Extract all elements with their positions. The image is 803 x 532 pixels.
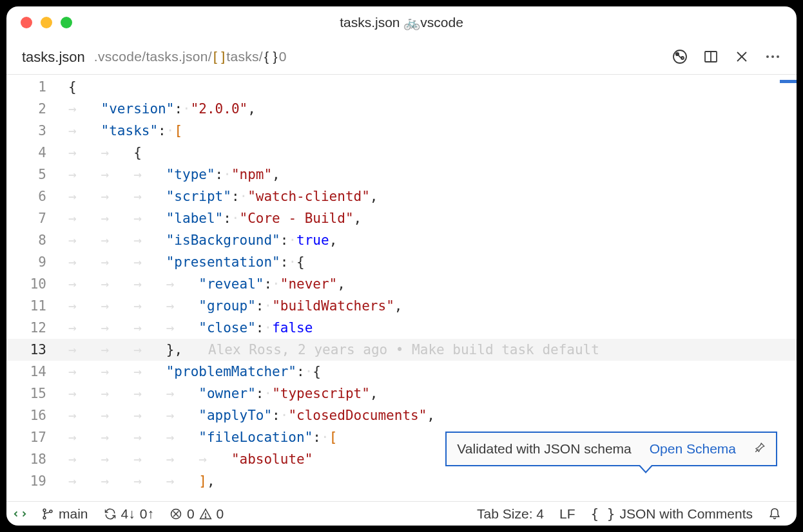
code-editor[interactable]: 1{ 2→ "version":·"2.0.0", 3→ "tasks":·[ … bbox=[6, 75, 797, 501]
crumb-array-icon: [ ] bbox=[213, 49, 225, 64]
more-actions-icon[interactable] bbox=[764, 48, 781, 65]
statusbar: main 4↓ 0↑ 0 0 Tab Size: 4 LF { } JSON w… bbox=[6, 501, 797, 526]
crumb-index: 0 bbox=[279, 49, 287, 64]
sync-incoming: 4↓ bbox=[121, 506, 135, 522]
line-number: 11 bbox=[6, 295, 68, 317]
crumb-object-icon: { } bbox=[264, 49, 278, 64]
eol-status[interactable]: LF bbox=[552, 506, 583, 522]
git-branch-status[interactable]: main bbox=[34, 506, 96, 522]
file-tab[interactable]: tasks.json bbox=[6, 39, 94, 74]
line-number: 2 bbox=[6, 98, 68, 120]
tabbar: tasks.json .vscode/tasks.json/ [ ] tasks… bbox=[6, 39, 797, 75]
line-number: 3 bbox=[6, 120, 68, 142]
line-number: 10 bbox=[6, 273, 68, 295]
branch-name: main bbox=[59, 506, 88, 522]
file-tab-label: tasks.json bbox=[22, 49, 85, 66]
overview-ruler-marker bbox=[780, 80, 797, 83]
svg-point-1 bbox=[676, 52, 679, 55]
line-number: 9 bbox=[6, 251, 68, 273]
svg-point-8 bbox=[43, 509, 46, 511]
crumb-key: tasks/ bbox=[226, 49, 263, 64]
line-number: 7 bbox=[6, 207, 68, 229]
open-schema-link[interactable]: Open Schema bbox=[650, 438, 736, 460]
indentation-status[interactable]: Tab Size: 4 bbox=[469, 506, 552, 522]
problems-status[interactable]: 0 0 bbox=[162, 506, 231, 522]
braces-icon: { } bbox=[591, 506, 615, 522]
line-number: 16 bbox=[6, 404, 68, 426]
editor-window: tasks.json 🚲vscode tasks.json .vscode/ta… bbox=[6, 6, 797, 526]
remote-indicator[interactable] bbox=[6, 502, 34, 526]
line-number: 17 bbox=[6, 426, 68, 448]
titlebar: tasks.json 🚲vscode bbox=[6, 6, 797, 39]
line-number: 13 bbox=[6, 339, 68, 361]
split-editor-icon[interactable] bbox=[702, 48, 719, 65]
line-number: 6 bbox=[6, 185, 68, 207]
tooltip-text: Validated with JSON schema bbox=[457, 438, 631, 460]
window-title: tasks.json 🚲vscode bbox=[6, 15, 797, 30]
line-number: 18 bbox=[6, 448, 68, 470]
window-minimize-button[interactable] bbox=[41, 17, 52, 28]
git-blame-annotation: Alex Ross, 2 years ago • Make build task… bbox=[182, 342, 599, 357]
crumb-path: .vscode/tasks.json/ bbox=[94, 49, 212, 64]
sync-outgoing: 0↑ bbox=[140, 506, 154, 522]
notifications-icon[interactable] bbox=[760, 508, 789, 520]
pin-icon[interactable] bbox=[754, 438, 766, 460]
svg-point-15 bbox=[205, 517, 206, 517]
window-zoom-button[interactable] bbox=[61, 17, 72, 28]
line-number: 15 bbox=[6, 383, 68, 404]
line-number: 14 bbox=[6, 361, 68, 383]
traffic-lights bbox=[6, 17, 72, 28]
language-status[interactable]: { } JSON with Comments bbox=[583, 506, 760, 522]
sync-status[interactable]: 4↓ 0↑ bbox=[96, 506, 162, 522]
line-number: 19 bbox=[6, 470, 68, 492]
schema-validation-tooltip: Validated with JSON schema Open Schema bbox=[445, 432, 777, 466]
svg-point-9 bbox=[43, 516, 46, 518]
line-number: 12 bbox=[6, 317, 68, 339]
tab-actions bbox=[672, 48, 788, 65]
window-close-button[interactable] bbox=[21, 17, 32, 28]
line-number: 5 bbox=[6, 164, 68, 185]
close-tab-icon[interactable] bbox=[733, 48, 750, 65]
error-count: 0 bbox=[187, 506, 195, 522]
language-mode: JSON with Comments bbox=[619, 506, 753, 522]
line-number: 8 bbox=[6, 229, 68, 251]
source-control-icon[interactable] bbox=[672, 48, 688, 65]
line-number: 4 bbox=[6, 142, 68, 164]
breadcrumbs[interactable]: .vscode/tasks.json/ [ ] tasks/ { } 0 bbox=[94, 49, 287, 64]
warning-count: 0 bbox=[217, 506, 224, 522]
line-number: 1 bbox=[6, 76, 68, 98]
